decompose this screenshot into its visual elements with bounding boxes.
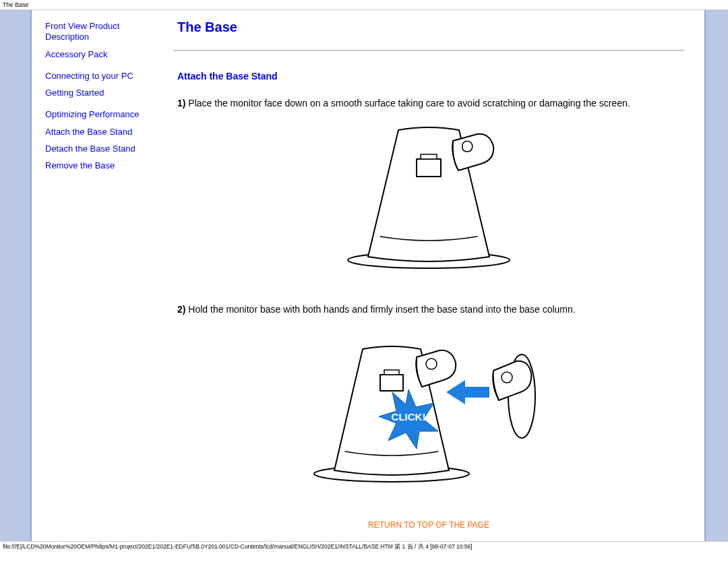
step-2-number: 2) — [177, 304, 185, 315]
svg-rect-2 — [421, 154, 437, 159]
nav-front-view-product-description[interactable]: Front View Product Description — [45, 21, 157, 43]
step-1-text: Place the monitor face down on a smooth … — [185, 98, 630, 108]
click-badge-text: CLICK! — [392, 411, 426, 423]
page: Front View Product Description Accessory… — [0, 9, 728, 542]
svg-rect-1 — [417, 159, 441, 177]
divider — [173, 50, 684, 51]
svg-rect-5 — [384, 370, 399, 375]
sidebar-nav: Front View Product Description Accessory… — [32, 10, 166, 541]
step-2: 2) Hold the monitor base with both hands… — [177, 303, 680, 316]
window-title: The Base — [0, 0, 728, 9]
footer-file-path: file:///E|/LCD%20Monitor%20OEM/Philips/M… — [0, 542, 728, 553]
right-decor-bar — [704, 10, 727, 541]
section-attach-title: Attach the Base Stand — [177, 71, 684, 82]
nav-getting-started[interactable]: Getting Started — [45, 88, 157, 98]
nav-detach-the-base-stand[interactable]: Detach the Base Stand — [45, 144, 157, 154]
return-to-top-link[interactable]: RETURN TO TOP OF THE PAGE — [368, 520, 489, 530]
svg-rect-4 — [380, 375, 403, 391]
nav-group-3: Optimizing Performance Attach the Base S… — [45, 109, 157, 171]
step-2-text: Hold the monitor base with both hands an… — [185, 304, 575, 315]
figure-2-insert-base-stand: CLICK! — [173, 329, 684, 493]
nav-group-1: Front View Product Description Accessory… — [45, 21, 157, 60]
nav-optimizing-performance[interactable]: Optimizing Performance — [45, 109, 157, 120]
main-content: The Base Attach the Base Stand 1) Place … — [166, 10, 704, 541]
nav-group-2: Connecting to your PC Getting Started — [45, 71, 157, 99]
figure-2-svg: CLICK! — [301, 329, 557, 491]
nav-accessory-pack[interactable]: Accessory Pack — [45, 49, 157, 60]
figure-1-monitor-face-down — [173, 122, 684, 276]
figure-1-svg — [328, 122, 530, 274]
step-1: 1) Place the monitor face down on a smoo… — [177, 96, 680, 110]
page-title: The Base — [177, 20, 684, 35]
step-1-number: 1) — [177, 98, 185, 108]
nav-attach-the-base-stand[interactable]: Attach the Base Stand — [45, 127, 157, 137]
nav-remove-the-base[interactable]: Remove the Base — [45, 160, 157, 171]
left-decor-bar — [1, 10, 32, 541]
nav-connecting-to-your-pc[interactable]: Connecting to your PC — [45, 71, 157, 82]
return-to-top-wrap: RETURN TO TOP OF THE PAGE — [173, 520, 684, 530]
